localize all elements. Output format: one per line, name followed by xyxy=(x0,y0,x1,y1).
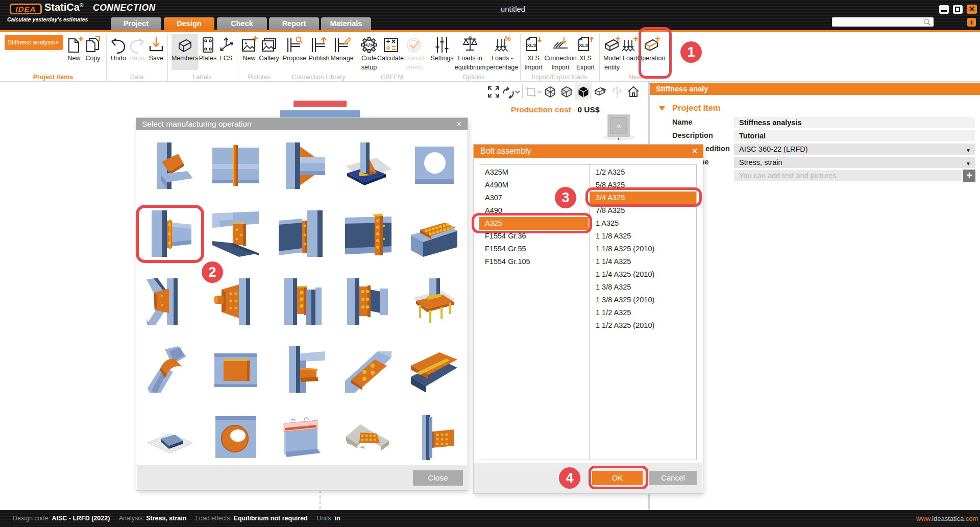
svg-text:XLS: XLS xyxy=(579,42,588,48)
svg-text:%: % xyxy=(505,36,511,42)
svg-text:XLS: XLS xyxy=(527,42,536,48)
svg-text:</>: </> xyxy=(365,42,373,48)
svg-text:-X: -X xyxy=(617,124,621,129)
